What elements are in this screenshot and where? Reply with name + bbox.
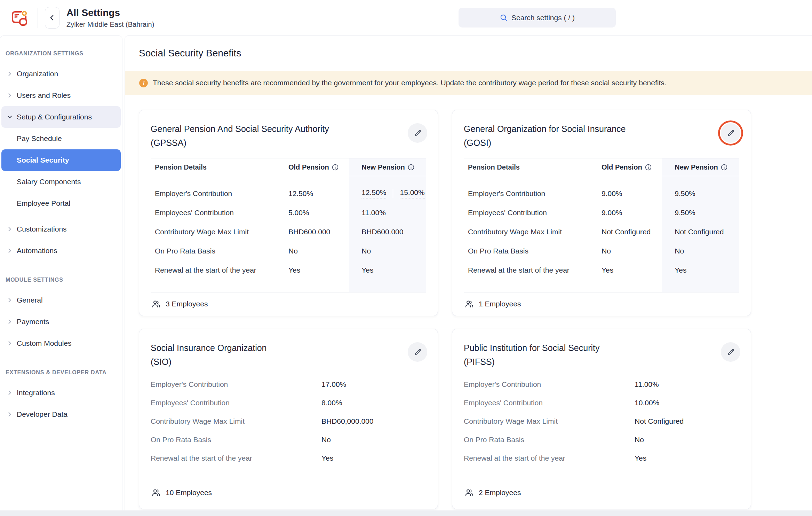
new-pension-dual-value: 12.50% 15.00% [349,188,426,198]
detail-row: Contributory Wage Max Limit Not Configur… [464,412,739,430]
new-pension-info-icon[interactable] [721,164,728,171]
sidebar-item-label: Social Security [17,156,69,164]
column-header-new-pension: New Pension [662,163,739,171]
sidebar-item-label: Customizations [17,225,67,233]
benefit-details-list: Employer's Contribution 17.00% Employees… [151,375,426,467]
edit-pifss-button[interactable] [721,342,740,362]
edit-gpssa-button[interactable] [408,123,427,143]
edit-gosi-button-highlighted[interactable] [721,123,740,143]
sidebar-item-salary-components[interactable]: Salary Components [1,171,121,193]
workspace: ORGANIZATION SETTINGS Organization Users… [0,36,812,510]
section-label-organization-settings: ORGANIZATION SETTINGS [6,50,122,57]
sidebar-item-custom-modules[interactable]: Custom Modules [1,333,121,354]
header-divider [38,8,38,28]
sidebar-item-developer-data[interactable]: Developer Data [1,404,121,425]
pencil-icon [413,348,422,357]
sidebar-item-label: Organization [17,70,58,78]
detail-row: Employees' Contribution 8.00% [151,393,426,412]
table-row: On Pro Rata Basis No No [151,241,426,260]
page-title: Social Security Benefits [139,46,812,60]
sidebar-item-label: Payments [17,318,49,326]
table-row: Contributory Wage Max Limit BHD600.000 B… [151,222,426,241]
settings-sidebar: ORGANIZATION SETTINGS Organization Users… [0,36,122,510]
chevron-down-icon [6,114,13,120]
sidebar-item-label: Employee Portal [17,199,70,208]
sidebar-item-social-security[interactable]: Social Security [1,149,121,171]
table-row: Contributory Wage Max Limit Not Configur… [464,222,739,241]
pension-table: Pension Details Old Pension New Pension … [464,158,739,292]
pencil-icon [726,129,735,138]
table-row: On Pro Rata Basis No No [464,241,739,260]
column-header-new-pension: New Pension [349,163,426,171]
edit-sio-button[interactable] [408,342,427,362]
employees-count: 1 Employees [464,292,739,315]
app-header: All Settings Zylker Middle East (Bahrain… [0,0,812,36]
sidebar-item-setup-configurations[interactable]: Setup & Configurations [1,106,121,128]
sidebar-item-customizations[interactable]: Customizations [1,218,121,240]
section-label-module-settings: MODULE SETTINGS [6,276,122,284]
sidebar-item-label: General [17,296,43,304]
pension-card-gosi: General Organization for Social Insuranc… [452,110,751,316]
pencil-icon [726,348,735,357]
old-pension-info-icon[interactable] [645,164,652,171]
main-content: Social Security Benefits i These social … [125,36,812,510]
search-placeholder: Search settings ( / ) [511,14,575,22]
card-title-main: General Organization for Social Insuranc… [464,122,700,136]
column-header-old-pension: Old Pension [602,163,662,171]
new-pension-info-icon[interactable] [407,164,415,171]
chevron-right-icon [6,297,13,304]
column-header-old-pension: Old Pension [288,163,349,171]
organization-name: Zylker Middle East (Bahrain) [66,20,154,29]
value-divider [393,189,393,198]
sidebar-item-label: Setup & Configurations [17,113,92,121]
pension-card-sio: Social Insurance Organization (SIO) Empl… [139,329,438,509]
sidebar-item-label: Users and Roles [17,91,71,100]
employees-icon [152,299,161,308]
chevron-right-icon [6,340,13,347]
chevron-right-icon [6,92,13,99]
sidebar-item-general[interactable]: General [1,289,121,311]
card-title: Social Insurance Organization (SIO) [151,341,387,369]
detail-row: Renewal at the start of the year Yes [151,449,426,467]
detail-row: Employer's Contribution 17.00% [151,375,426,393]
sidebar-item-employee-portal[interactable]: Employee Portal [1,193,121,214]
detail-row: Contributory Wage Max Limit BHD60,000.00… [151,412,426,430]
employees-count-label: 10 Employees [166,488,212,497]
sidebar-item-pay-schedule[interactable]: Pay Schedule [1,128,121,149]
detail-row: Employees' Contribution 10.00% [464,393,739,412]
sidebar-item-payments[interactable]: Payments [1,311,121,333]
card-title-abbr: (SIO) [151,355,387,369]
table-row: Employees' Contribution 9.00% 9.50% [464,203,739,222]
employees-icon [152,488,161,497]
sidebar-item-integrations[interactable]: Integrations [1,382,121,404]
benefit-details-list: Employer's Contribution 11.00% Employees… [464,375,739,467]
employees-count-label: 2 Employees [479,488,521,497]
sidebar-item-users-and-roles[interactable]: Users and Roles [1,85,121,106]
card-title: General Organization for Social Insuranc… [464,122,700,150]
search-settings-input[interactable]: Search settings ( / ) [459,8,616,28]
card-title-abbr: (GOSI) [464,136,700,150]
pension-table: Pension Details Old Pension New Pension … [151,158,426,292]
payroll-app-logo-icon[interactable] [10,8,30,28]
back-button[interactable] [45,7,59,29]
pension-table-header: Pension Details Old Pension New Pension [464,158,739,176]
upcoming-rate-tooltip-value[interactable]: 15.00% [400,188,424,198]
old-pension-info-icon[interactable] [332,164,339,171]
pension-table-body: Employer's Contribution 9.00% 9.50% Empl… [464,176,739,292]
info-banner: i These social security benefits are rec… [125,71,812,95]
chevron-right-icon [6,70,13,77]
employees-icon [465,299,474,308]
pension-table-header: Pension Details Old Pension New Pension [151,158,426,176]
sidebar-item-organization[interactable]: Organization [1,63,121,85]
table-row: Renewal at the start of the year Yes Yes [151,260,426,280]
pencil-icon [413,129,422,138]
sidebar-item-label: Pay Schedule [17,134,62,143]
employees-count-label: 1 Employees [479,300,521,308]
sidebar-item-label: Salary Components [17,178,81,186]
svg-text:i: i [143,80,145,86]
sidebar-item-automations[interactable]: Automations [1,240,121,261]
card-title-abbr: (GPSSA) [151,136,387,150]
header-titles: All Settings Zylker Middle East (Bahrain… [66,7,154,29]
current-rate-tooltip-value[interactable]: 12.50% [361,188,386,198]
column-header-pension-details: Pension Details [151,163,288,171]
